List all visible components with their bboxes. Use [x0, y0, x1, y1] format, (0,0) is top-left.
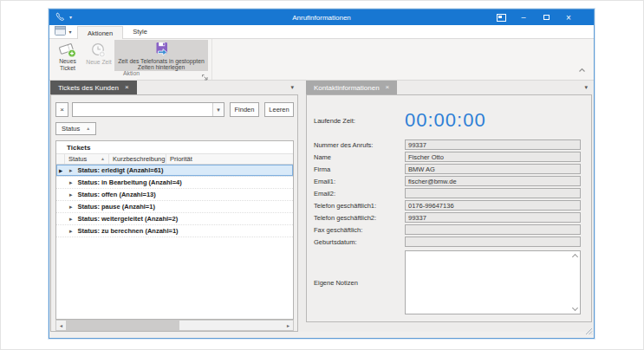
new-ticket-icon	[58, 42, 77, 58]
email2-field[interactable]	[405, 188, 581, 198]
expand-icon[interactable]: ▸	[69, 179, 73, 185]
kontakt-panel: Kontaktinformationen × ▾ Laufende Zeit: …	[306, 81, 592, 332]
fax-geschaeftlich-field[interactable]	[405, 224, 581, 235]
group-by-status-label: Status	[62, 125, 80, 133]
group-row-offen[interactable]: ▸ Status: offen (Anzahl=13)	[56, 189, 293, 201]
scroll-right-icon[interactable]: ▸	[283, 321, 293, 330]
collapse-ribbon-icon[interactable]	[578, 62, 586, 75]
notes-scroll-up-icon[interactable]	[572, 254, 578, 260]
tab-tickets-label: Tickets des Kunden	[58, 84, 119, 92]
search-dropdown-icon[interactable]: ▾	[212, 103, 224, 116]
expand-icon[interactable]: ▸	[69, 191, 73, 198]
zeit-hinterlegen-label: Zeit des Telefonats in gestoppten Zeiten…	[114, 58, 208, 71]
expand-icon[interactable]: ▸	[69, 204, 73, 210]
finden-button[interactable]: Finden	[230, 102, 259, 117]
timer-row: Laufende Zeit: 00:00:00	[314, 102, 581, 139]
field-row-email2: Email2:	[314, 187, 581, 199]
main-area: Tickets des Kunden × ▾ × ▾ Finden Leeren	[49, 81, 594, 332]
neue-zeit-button[interactable]: Neue Zeit	[83, 40, 114, 71]
scrollbar-track[interactable]	[66, 321, 283, 330]
close-button[interactable]: ×	[557, 10, 580, 25]
search-clear-x-icon[interactable]: ×	[55, 102, 68, 117]
phone-icon[interactable]	[55, 12, 65, 23]
maximize-button[interactable]	[535, 10, 557, 25]
eigene-notizen-textarea[interactable]	[405, 250, 581, 314]
kontakt-tabstrip: Kontaktinformationen × ▾	[306, 81, 592, 94]
column-status-label: Status	[68, 155, 87, 163]
email1-field[interactable]	[405, 176, 581, 186]
tickets-tabstrip-dropdown-icon[interactable]: ▾	[290, 84, 294, 90]
neues-ticket-button[interactable]: Neues Ticket	[52, 40, 83, 71]
ribbon-group-aktion: Neues Ticket Neue Zeit	[51, 39, 212, 80]
maximize-icon	[543, 15, 550, 20]
group-row-in-bearbeitung[interactable]: ▸ Status: in Bearbeitung (Anzahl=4)	[56, 177, 293, 189]
window-controls: – ×	[490, 10, 594, 25]
field-label: Telefon geschäftlich1:	[314, 202, 405, 210]
neue-zeit-label: Neue Zeit	[86, 59, 111, 66]
group-row-zu-berechnen[interactable]: ▸ Status: zu berechnen (Anzahl=1)	[56, 225, 293, 237]
neues-ticket-label: Neues Ticket	[52, 58, 83, 71]
field-row-name: Name	[314, 151, 581, 163]
tab-kontaktinformationen[interactable]: Kontaktinformationen ×	[306, 81, 397, 94]
telefon-geschaeftlich2-field[interactable]	[405, 212, 581, 223]
telefon-geschaeftlich1-field[interactable]	[405, 200, 581, 211]
firma-field[interactable]	[405, 164, 581, 174]
app-menu-icon	[55, 25, 66, 38]
group-row-weitergeleitet[interactable]: ▸ Status: weitergeleitet (Anzahl=2)	[56, 213, 293, 225]
search-combobox: ▾	[72, 102, 224, 117]
group-row-label: Status: in Bearbeitung (Anzahl=4)	[78, 178, 182, 186]
scroll-left-icon[interactable]: ◂	[56, 321, 66, 330]
minimize-button[interactable]: –	[512, 10, 535, 25]
tab-tickets-des-kunden[interactable]: Tickets des Kunden ×	[50, 81, 137, 94]
tab-aktionen[interactable]: Aktionen	[77, 26, 123, 39]
name-field[interactable]	[405, 152, 581, 162]
group-by-status-chip[interactable]: Status ▲	[55, 122, 96, 135]
column-status-sort-icon: ▲	[101, 157, 105, 161]
field-label: Telefon geschäftlich2:	[314, 214, 405, 222]
call-timer-value: 00:00:00	[405, 109, 486, 132]
column-header-status[interactable]: Status ▲	[65, 154, 108, 164]
field-label: Firma	[314, 165, 405, 173]
geburtsdatum-field[interactable]	[405, 237, 581, 247]
scrollbar-thumb[interactable]	[66, 321, 179, 330]
expand-icon[interactable]: ▸	[69, 167, 73, 173]
leeren-button[interactable]: Leeren	[264, 102, 294, 117]
column-header-kurzbeschreibung[interactable]: Kurzbeschreibung (...	[108, 154, 166, 164]
notes-scroll-down-icon[interactable]	[572, 305, 578, 311]
expand-icon[interactable]: ▸	[69, 216, 73, 222]
field-label: Geburtsdatum:	[314, 238, 405, 246]
zeit-hinterlegen-button[interactable]: Zeit des Telefonats in gestoppten Zeiten…	[114, 40, 208, 71]
resize-grip-icon[interactable]	[585, 327, 593, 337]
ticket-search-input[interactable]	[73, 103, 212, 116]
grid-indicator-column	[56, 154, 65, 164]
horizontal-scrollbar[interactable]: ◂ ▸	[55, 320, 294, 331]
tab-tickets-close-icon[interactable]: ×	[125, 84, 129, 91]
dialog-launcher-icon[interactable]	[201, 71, 209, 79]
expand-icon[interactable]: ▸	[69, 228, 73, 234]
tab-kontakt-close-icon[interactable]: ×	[386, 84, 390, 91]
new-time-icon	[90, 42, 107, 59]
kontakt-panel-body: Laufende Zeit: 00:00:00 Nummer des Anruf…	[306, 94, 592, 322]
group-by-panel: Status ▲	[55, 117, 294, 140]
group-row-erledigt[interactable]: ▶ ▸ Status: erledigt (Anzahl=61)	[56, 165, 293, 177]
qat-dropdown-icon[interactable]: ▾	[69, 15, 72, 20]
application-menu-button[interactable]: ▾	[49, 25, 77, 38]
anrufinformationen-window: ▾ Anrufinformationen – × ▾ Aktionen Styl…	[49, 9, 595, 339]
field-row-fax: Fax geschäftlich:	[314, 224, 581, 236]
tickets-panel: Tickets des Kunden × ▾ × ▾ Finden Leeren	[50, 81, 298, 332]
group-row-pause[interactable]: ▸ Status: pause (Anzahl=1)	[56, 201, 293, 213]
eigene-notizen-label: Eigene Notizen	[314, 279, 405, 287]
ribbon-tab-row: ▾ Aktionen Style	[49, 25, 594, 39]
tab-style[interactable]: Style	[123, 25, 157, 38]
nummer-des-anrufs-field[interactable]	[405, 139, 581, 150]
group-row-label: Status: pause (Anzahl=1)	[78, 203, 155, 211]
tab-kontakt-label: Kontaktinformationen	[314, 84, 380, 92]
group-row-label: Status: weitergeleitet (Anzahl=2)	[78, 215, 179, 223]
field-label: Fax geschäftlich:	[314, 226, 405, 234]
panel-splitter[interactable]	[298, 81, 306, 332]
kontakt-tabstrip-dropdown-icon[interactable]: ▾	[584, 84, 588, 90]
field-row-telefon1: Telefon geschäftlich1:	[314, 199, 581, 211]
window-style-icon[interactable]	[490, 10, 512, 25]
tickets-panel-body: × ▾ Finden Leeren Status ▲	[50, 94, 298, 332]
column-header-prioritaet[interactable]: Priorität	[166, 154, 293, 164]
